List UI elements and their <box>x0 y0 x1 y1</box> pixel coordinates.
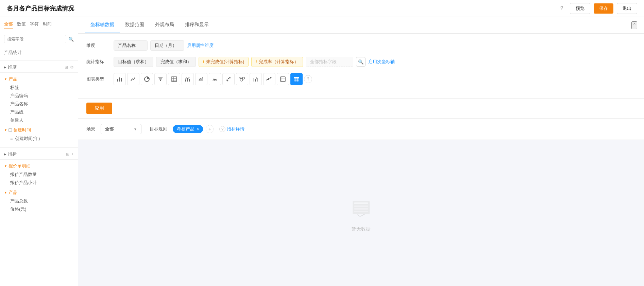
metric-field-incomplete[interactable]: f 未完成值(计算指标) <box>199 57 249 67</box>
tab-data-range[interactable]: 数据范围 <box>120 17 150 33</box>
field-quote-product-subtotal[interactable]: 报价产品小计 <box>4 179 74 187</box>
chart-bubble-button[interactable] <box>236 73 248 85</box>
field-create-time-year[interactable]: ≡创建时间(年) <box>4 135 74 143</box>
add-target-button[interactable]: + <box>206 125 214 133</box>
product-metrics-group: 产品 产品总数 价格(元) <box>4 188 74 213</box>
field-creator[interactable]: 创建人 <box>4 116 74 124</box>
field-product-total[interactable]: 产品总数 <box>4 197 74 205</box>
chart-combo-button[interactable] <box>182 73 194 85</box>
scene-value: 全部 <box>105 126 114 132</box>
tab-numeric[interactable]: 数值 <box>17 20 26 29</box>
tab-appearance[interactable]: 外观布局 <box>150 17 180 33</box>
metric-field-target[interactable]: 目标值（求和） <box>114 57 153 67</box>
chart-waterfall-button[interactable] <box>250 73 262 85</box>
chart-pie-button[interactable] <box>141 73 153 85</box>
product-group-header[interactable]: 产品 <box>4 75 74 84</box>
metric-field-all[interactable]: 全部指标字段 <box>306 57 353 67</box>
product-metrics-header[interactable]: 产品 <box>4 188 74 197</box>
apply-button[interactable]: 应用 <box>86 103 112 114</box>
chart-cross-button[interactable] <box>168 73 180 85</box>
dim-field-product-name[interactable]: 产品名称 <box>114 40 148 51</box>
dimension-icons: ⊞ ⚙ <box>65 65 74 70</box>
field-quote-product-count[interactable]: 报价产品数量 <box>4 171 74 179</box>
product-metrics-title: 产品 <box>4 190 17 196</box>
help-button[interactable]: ? <box>557 4 566 13</box>
field-price[interactable]: 价格(元) <box>4 205 74 213</box>
cross-table-icon <box>171 76 177 82</box>
field-label[interactable]: 标签 <box>4 84 74 92</box>
svg-rect-1 <box>119 77 120 82</box>
svg-rect-23 <box>253 78 254 82</box>
field-product-line[interactable]: 产品线 <box>4 108 74 116</box>
tab-time[interactable]: 时间 <box>43 20 52 29</box>
bubble-chart-icon <box>239 76 245 82</box>
metric-field-rate[interactable]: f 完成率（计算指标） <box>251 57 303 67</box>
svg-point-21 <box>242 77 244 79</box>
collapse-button[interactable]: ⌃ <box>631 21 637 29</box>
svg-rect-12 <box>189 79 190 82</box>
chart-area-button[interactable] <box>195 73 207 85</box>
field-search-button[interactable]: 🔍 <box>356 57 366 67</box>
funnel-chart-icon <box>157 76 164 82</box>
enable-sec-axis-button[interactable]: 启用次坐标轴 <box>368 59 395 65</box>
chart-map-button[interactable] <box>277 73 289 85</box>
chart-type-help[interactable]: ? <box>304 75 312 83</box>
create-time-title: 创建时间 <box>4 127 31 133</box>
create-time-group-header[interactable]: 创建时间 <box>4 126 74 135</box>
main-layout: 全部 数值 字符 时间 🔍 产品统计 ▸ 维度 ⊞ ⚙ 产 <box>0 17 644 286</box>
save-button[interactable]: 保存 <box>594 3 613 14</box>
target-tag[interactable]: 考核产品 × <box>173 125 203 133</box>
svg-point-19 <box>227 81 228 82</box>
exit-button[interactable]: 退出 <box>617 3 637 14</box>
dim-field-date-month[interactable]: 日期（月） <box>150 40 184 51</box>
quote-detail-header[interactable]: 报价单明细 <box>4 162 74 171</box>
preview-button[interactable]: 预览 <box>570 3 590 14</box>
metrics-icons: ⊞ + <box>66 152 74 157</box>
metric-detail-help-icon: ? <box>219 126 225 132</box>
scene-select[interactable]: 全部 ▼ <box>101 124 141 134</box>
metrics-icon-1: ⊞ <box>66 152 69 157</box>
chart-line-button[interactable] <box>127 73 139 85</box>
target-label: 目标规则 <box>150 126 167 132</box>
dimension-label: ▸ 维度 <box>4 64 17 70</box>
tab-all[interactable]: 全部 <box>4 20 13 29</box>
svg-rect-36 <box>354 205 368 207</box>
gauge-chart-icon <box>212 76 218 82</box>
metrics-label: ▸ 指标 <box>4 151 17 157</box>
field-product-code[interactable]: 产品编码 <box>4 92 74 100</box>
tab-string[interactable]: 字符 <box>30 20 39 29</box>
svg-rect-24 <box>255 79 256 82</box>
dimension-row: 维度 产品名称 日期（月） 启用属性维度 <box>86 40 636 51</box>
field-search-icon: 🔍 <box>358 59 364 65</box>
svg-rect-6 <box>172 77 176 82</box>
target-tag-close[interactable]: × <box>197 127 199 131</box>
search-input[interactable] <box>4 35 66 43</box>
metric-field-complete[interactable]: 完成值（求和） <box>156 57 196 67</box>
chart-grid-button[interactable] <box>290 73 303 85</box>
scatter-chart-icon <box>225 76 232 82</box>
chart-scatter-button[interactable] <box>222 73 235 85</box>
page-title: 各月各产品目标完成情况 <box>7 4 74 13</box>
chart-type-row: 图表类型 <box>86 73 636 85</box>
sidebar-tabs: 全部 数值 字符 时间 <box>0 17 78 32</box>
help-icon: ? <box>560 5 563 12</box>
chart-bar-button[interactable] <box>114 73 126 85</box>
metrics-row: 统计指标 目标值（求和） 完成值（求和） f 未完成值(计算指标) f 完成率（… <box>86 57 636 67</box>
svg-point-17 <box>228 78 229 79</box>
quote-detail-group: 报价单明细 报价产品数量 报价产品小计 <box>4 162 74 187</box>
chart-step-button[interactable] <box>263 73 275 85</box>
scene-label: 场景 <box>86 126 95 132</box>
enable-attr-dim-button[interactable]: 启用属性维度 <box>187 42 214 49</box>
step-chart-icon <box>266 76 272 82</box>
chart-gauge-button[interactable] <box>209 73 221 85</box>
tab-sort-display[interactable]: 排序和显示 <box>180 17 214 33</box>
metric-detail-link[interactable]: ? 指标详情 <box>219 126 244 132</box>
chart-types-container: ? <box>114 73 312 85</box>
chart-funnel-button[interactable] <box>154 73 167 85</box>
tab-axis-data[interactable]: 坐标轴数据 <box>85 17 120 33</box>
divider-2 <box>0 147 78 148</box>
field-product-name[interactable]: 产品名称 <box>4 100 74 108</box>
chart-type-label: 图表类型 <box>86 76 114 82</box>
form-area: 维度 产品名称 日期（月） 启用属性维度 统计指标 目标值（求和） 完成值（求和… <box>78 34 644 99</box>
dimension-form-label: 维度 <box>86 42 114 49</box>
